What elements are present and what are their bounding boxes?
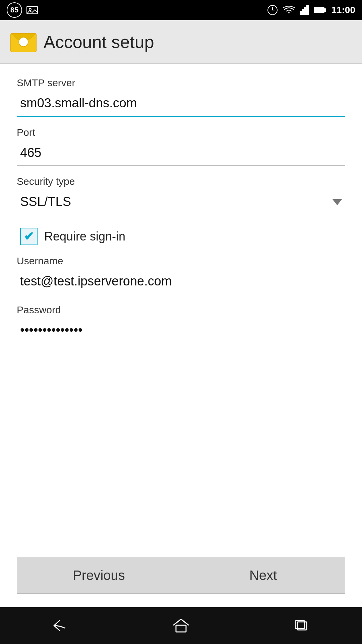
status-right: 11:00 [267,4,355,16]
navigation-buttons: Previous Next [17,550,345,600]
home-icon [173,618,189,633]
svg-rect-6 [307,5,308,15]
recent-apps-icon [294,619,309,633]
security-type-dropdown[interactable]: SSL/TLS [17,191,345,214]
image-icon [26,5,38,15]
battery-icon [314,6,326,14]
wifi-icon [283,5,295,15]
require-signin-row[interactable]: ✔ Require sign-in [20,228,345,245]
status-time: 11:00 [331,5,355,15]
require-signin-label: Require sign-in [44,229,125,244]
notification-badge: 85 [7,2,22,18]
port-input[interactable] [17,142,345,165]
dropdown-arrow-icon [333,199,342,205]
back-arrow-icon [51,619,69,632]
svg-rect-9 [324,9,326,11]
svg-text:@: @ [20,39,26,45]
back-button[interactable] [47,615,74,636]
security-type-underline [17,214,345,214]
clock-icon [267,4,278,16]
bottom-nav-bar [0,607,362,644]
status-left: 85 [7,2,38,18]
port-label: Port [17,127,345,138]
svg-rect-14 [176,625,186,632]
home-button[interactable] [168,615,194,636]
password-underline [17,343,345,343]
smtp-server-underline [17,116,345,117]
smtp-server-input[interactable] [17,92,345,116]
svg-rect-4 [302,9,304,15]
recent-apps-button[interactable] [288,615,315,636]
page-title: Account setup [44,32,154,52]
svg-rect-5 [304,7,306,15]
previous-button[interactable]: Previous [17,557,181,594]
main-content: SMTP server Port Security type SSL/TLS ✔… [0,64,362,607]
password-label: Password [17,304,345,316]
username-label: Username [17,255,345,267]
security-type-label: Security type [17,176,345,187]
app-icon: @ [10,30,37,54]
signal-icon [300,5,309,15]
checkmark-icon: ✔ [24,229,34,244]
smtp-server-label: SMTP server [17,77,345,89]
app-header: @ Account setup [0,20,362,64]
status-bar: 85 [0,0,362,20]
next-button[interactable]: Next [181,557,345,594]
svg-rect-3 [300,11,301,15]
require-signin-checkbox[interactable]: ✔ [20,228,38,245]
svg-rect-8 [315,8,323,12]
port-underline [17,165,345,166]
username-underline [17,294,345,294]
password-input[interactable] [17,319,345,343]
svg-point-1 [29,8,31,10]
username-input[interactable] [17,270,345,294]
security-type-select[interactable]: SSL/TLS [17,191,345,214]
